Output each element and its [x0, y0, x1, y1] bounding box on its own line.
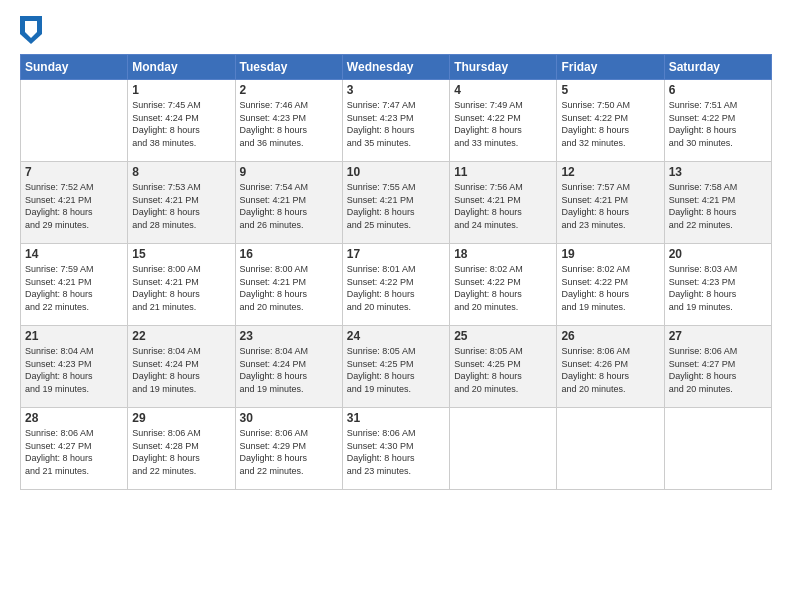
cell-info: Sunrise: 8:06 AM Sunset: 4:28 PM Dayligh… — [132, 427, 230, 477]
calendar-day-header: Monday — [128, 55, 235, 80]
calendar-cell: 14Sunrise: 7:59 AM Sunset: 4:21 PM Dayli… — [21, 244, 128, 326]
calendar-cell — [450, 408, 557, 490]
day-number: 5 — [561, 83, 659, 97]
calendar-cell: 4Sunrise: 7:49 AM Sunset: 4:22 PM Daylig… — [450, 80, 557, 162]
calendar-cell: 28Sunrise: 8:06 AM Sunset: 4:27 PM Dayli… — [21, 408, 128, 490]
calendar-cell: 27Sunrise: 8:06 AM Sunset: 4:27 PM Dayli… — [664, 326, 771, 408]
cell-info: Sunrise: 7:56 AM Sunset: 4:21 PM Dayligh… — [454, 181, 552, 231]
cell-info: Sunrise: 8:04 AM Sunset: 4:23 PM Dayligh… — [25, 345, 123, 395]
calendar-cell — [21, 80, 128, 162]
calendar-cell: 6Sunrise: 7:51 AM Sunset: 4:22 PM Daylig… — [664, 80, 771, 162]
cell-info: Sunrise: 7:46 AM Sunset: 4:23 PM Dayligh… — [240, 99, 338, 149]
day-number: 11 — [454, 165, 552, 179]
calendar-cell: 24Sunrise: 8:05 AM Sunset: 4:25 PM Dayli… — [342, 326, 449, 408]
cell-info: Sunrise: 8:06 AM Sunset: 4:29 PM Dayligh… — [240, 427, 338, 477]
cell-info: Sunrise: 8:02 AM Sunset: 4:22 PM Dayligh… — [454, 263, 552, 313]
calendar-cell: 26Sunrise: 8:06 AM Sunset: 4:26 PM Dayli… — [557, 326, 664, 408]
day-number: 6 — [669, 83, 767, 97]
day-number: 19 — [561, 247, 659, 261]
day-number: 21 — [25, 329, 123, 343]
calendar-cell: 21Sunrise: 8:04 AM Sunset: 4:23 PM Dayli… — [21, 326, 128, 408]
day-number: 10 — [347, 165, 445, 179]
calendar-cell: 17Sunrise: 8:01 AM Sunset: 4:22 PM Dayli… — [342, 244, 449, 326]
day-number: 27 — [669, 329, 767, 343]
calendar-cell: 22Sunrise: 8:04 AM Sunset: 4:24 PM Dayli… — [128, 326, 235, 408]
day-number: 25 — [454, 329, 552, 343]
cell-info: Sunrise: 8:06 AM Sunset: 4:27 PM Dayligh… — [25, 427, 123, 477]
calendar-day-header: Friday — [557, 55, 664, 80]
cell-info: Sunrise: 8:05 AM Sunset: 4:25 PM Dayligh… — [347, 345, 445, 395]
calendar-cell: 29Sunrise: 8:06 AM Sunset: 4:28 PM Dayli… — [128, 408, 235, 490]
calendar-cell: 20Sunrise: 8:03 AM Sunset: 4:23 PM Dayli… — [664, 244, 771, 326]
calendar-cell: 8Sunrise: 7:53 AM Sunset: 4:21 PM Daylig… — [128, 162, 235, 244]
day-number: 7 — [25, 165, 123, 179]
day-number: 18 — [454, 247, 552, 261]
cell-info: Sunrise: 8:06 AM Sunset: 4:30 PM Dayligh… — [347, 427, 445, 477]
header — [20, 16, 772, 44]
calendar-cell: 11Sunrise: 7:56 AM Sunset: 4:21 PM Dayli… — [450, 162, 557, 244]
day-number: 15 — [132, 247, 230, 261]
cell-info: Sunrise: 8:00 AM Sunset: 4:21 PM Dayligh… — [240, 263, 338, 313]
cell-info: Sunrise: 7:53 AM Sunset: 4:21 PM Dayligh… — [132, 181, 230, 231]
calendar-day-header: Saturday — [664, 55, 771, 80]
cell-info: Sunrise: 7:49 AM Sunset: 4:22 PM Dayligh… — [454, 99, 552, 149]
day-number: 31 — [347, 411, 445, 425]
calendar-cell: 5Sunrise: 7:50 AM Sunset: 4:22 PM Daylig… — [557, 80, 664, 162]
calendar-week-row: 14Sunrise: 7:59 AM Sunset: 4:21 PM Dayli… — [21, 244, 772, 326]
cell-info: Sunrise: 7:50 AM Sunset: 4:22 PM Dayligh… — [561, 99, 659, 149]
cell-info: Sunrise: 8:00 AM Sunset: 4:21 PM Dayligh… — [132, 263, 230, 313]
calendar-cell: 7Sunrise: 7:52 AM Sunset: 4:21 PM Daylig… — [21, 162, 128, 244]
day-number: 1 — [132, 83, 230, 97]
day-number: 13 — [669, 165, 767, 179]
day-number: 3 — [347, 83, 445, 97]
calendar-cell: 16Sunrise: 8:00 AM Sunset: 4:21 PM Dayli… — [235, 244, 342, 326]
cell-info: Sunrise: 8:06 AM Sunset: 4:27 PM Dayligh… — [669, 345, 767, 395]
cell-info: Sunrise: 8:01 AM Sunset: 4:22 PM Dayligh… — [347, 263, 445, 313]
calendar-week-row: 1Sunrise: 7:45 AM Sunset: 4:24 PM Daylig… — [21, 80, 772, 162]
calendar-day-header: Tuesday — [235, 55, 342, 80]
day-number: 16 — [240, 247, 338, 261]
day-number: 23 — [240, 329, 338, 343]
calendar-cell: 3Sunrise: 7:47 AM Sunset: 4:23 PM Daylig… — [342, 80, 449, 162]
cell-info: Sunrise: 8:04 AM Sunset: 4:24 PM Dayligh… — [240, 345, 338, 395]
cell-info: Sunrise: 7:55 AM Sunset: 4:21 PM Dayligh… — [347, 181, 445, 231]
day-number: 26 — [561, 329, 659, 343]
calendar-cell: 2Sunrise: 7:46 AM Sunset: 4:23 PM Daylig… — [235, 80, 342, 162]
cell-info: Sunrise: 7:51 AM Sunset: 4:22 PM Dayligh… — [669, 99, 767, 149]
calendar-day-header: Wednesday — [342, 55, 449, 80]
calendar-cell: 10Sunrise: 7:55 AM Sunset: 4:21 PM Dayli… — [342, 162, 449, 244]
cell-info: Sunrise: 7:59 AM Sunset: 4:21 PM Dayligh… — [25, 263, 123, 313]
calendar-table: SundayMondayTuesdayWednesdayThursdayFrid… — [20, 54, 772, 490]
cell-info: Sunrise: 8:05 AM Sunset: 4:25 PM Dayligh… — [454, 345, 552, 395]
calendar-cell: 23Sunrise: 8:04 AM Sunset: 4:24 PM Dayli… — [235, 326, 342, 408]
calendar-cell: 13Sunrise: 7:58 AM Sunset: 4:21 PM Dayli… — [664, 162, 771, 244]
cell-info: Sunrise: 8:03 AM Sunset: 4:23 PM Dayligh… — [669, 263, 767, 313]
day-number: 8 — [132, 165, 230, 179]
page: SundayMondayTuesdayWednesdayThursdayFrid… — [0, 0, 792, 612]
day-number: 28 — [25, 411, 123, 425]
calendar-day-header: Sunday — [21, 55, 128, 80]
cell-info: Sunrise: 8:04 AM Sunset: 4:24 PM Dayligh… — [132, 345, 230, 395]
cell-info: Sunrise: 7:47 AM Sunset: 4:23 PM Dayligh… — [347, 99, 445, 149]
calendar-cell: 19Sunrise: 8:02 AM Sunset: 4:22 PM Dayli… — [557, 244, 664, 326]
calendar-cell: 18Sunrise: 8:02 AM Sunset: 4:22 PM Dayli… — [450, 244, 557, 326]
cell-info: Sunrise: 8:06 AM Sunset: 4:26 PM Dayligh… — [561, 345, 659, 395]
day-number: 29 — [132, 411, 230, 425]
calendar-cell: 31Sunrise: 8:06 AM Sunset: 4:30 PM Dayli… — [342, 408, 449, 490]
calendar-cell: 9Sunrise: 7:54 AM Sunset: 4:21 PM Daylig… — [235, 162, 342, 244]
day-number: 30 — [240, 411, 338, 425]
day-number: 12 — [561, 165, 659, 179]
logo — [20, 16, 46, 44]
cell-info: Sunrise: 7:52 AM Sunset: 4:21 PM Dayligh… — [25, 181, 123, 231]
cell-info: Sunrise: 7:54 AM Sunset: 4:21 PM Dayligh… — [240, 181, 338, 231]
day-number: 22 — [132, 329, 230, 343]
day-number: 17 — [347, 247, 445, 261]
calendar-day-header: Thursday — [450, 55, 557, 80]
calendar-cell: 12Sunrise: 7:57 AM Sunset: 4:21 PM Dayli… — [557, 162, 664, 244]
calendar-week-row: 21Sunrise: 8:04 AM Sunset: 4:23 PM Dayli… — [21, 326, 772, 408]
logo-icon — [20, 16, 42, 44]
calendar-cell — [664, 408, 771, 490]
calendar-week-row: 7Sunrise: 7:52 AM Sunset: 4:21 PM Daylig… — [21, 162, 772, 244]
calendar-cell: 15Sunrise: 8:00 AM Sunset: 4:21 PM Dayli… — [128, 244, 235, 326]
calendar-header-row: SundayMondayTuesdayWednesdayThursdayFrid… — [21, 55, 772, 80]
